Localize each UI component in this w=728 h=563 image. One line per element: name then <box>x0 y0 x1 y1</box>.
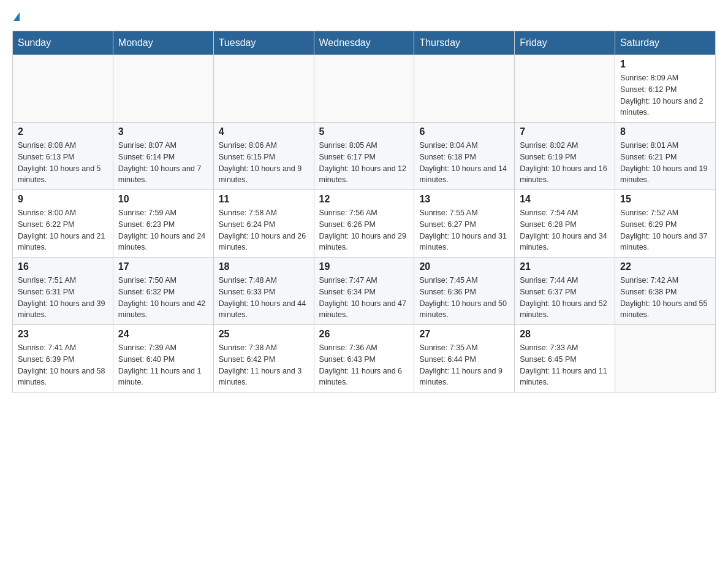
day-info: Sunrise: 8:08 AMSunset: 6:13 PMDaylight:… <box>18 140 108 186</box>
calendar-cell <box>615 325 716 393</box>
calendar-week-row: 16Sunrise: 7:51 AMSunset: 6:31 PMDayligh… <box>13 258 716 325</box>
day-info: Sunrise: 8:07 AMSunset: 6:14 PMDaylight:… <box>118 140 208 186</box>
day-number: 2 <box>18 126 108 137</box>
logo-triangle-icon <box>13 12 20 21</box>
day-number: 6 <box>419 126 509 137</box>
calendar-cell: 25Sunrise: 7:38 AMSunset: 6:42 PMDayligh… <box>213 325 314 393</box>
day-number: 1 <box>620 59 710 70</box>
day-number: 13 <box>419 194 509 205</box>
calendar-cell <box>414 55 515 123</box>
day-info: Sunrise: 8:05 AMSunset: 6:17 PMDaylight:… <box>319 140 409 186</box>
day-number: 27 <box>419 329 509 340</box>
day-info: Sunrise: 7:52 AMSunset: 6:29 PMDaylight:… <box>620 207 710 253</box>
weekday-header-thursday: Thursday <box>414 31 515 55</box>
calendar-cell: 1Sunrise: 8:09 AMSunset: 6:12 PMDaylight… <box>615 55 716 123</box>
calendar-cell: 26Sunrise: 7:36 AMSunset: 6:43 PMDayligh… <box>314 325 414 393</box>
weekday-header-saturday: Saturday <box>615 31 716 55</box>
calendar-cell: 4Sunrise: 8:06 AMSunset: 6:15 PMDaylight… <box>213 123 314 190</box>
day-number: 9 <box>18 194 108 205</box>
day-number: 15 <box>620 194 710 205</box>
day-info: Sunrise: 7:36 AMSunset: 6:43 PMDaylight:… <box>319 342 409 388</box>
page-header <box>12 12 716 21</box>
weekday-header-wednesday: Wednesday <box>314 31 414 55</box>
day-info: Sunrise: 7:35 AMSunset: 6:44 PMDaylight:… <box>419 342 509 388</box>
day-number: 22 <box>620 261 710 272</box>
day-info: Sunrise: 7:54 AMSunset: 6:28 PMDaylight:… <box>520 207 610 253</box>
calendar-cell: 17Sunrise: 7:50 AMSunset: 6:32 PMDayligh… <box>113 258 213 325</box>
day-info: Sunrise: 7:45 AMSunset: 6:36 PMDaylight:… <box>419 275 509 321</box>
day-info: Sunrise: 7:50 AMSunset: 6:32 PMDaylight:… <box>118 275 208 321</box>
day-number: 3 <box>118 126 208 137</box>
calendar-week-row: 9Sunrise: 8:00 AMSunset: 6:22 PMDaylight… <box>13 190 716 258</box>
calendar-cell: 7Sunrise: 8:02 AMSunset: 6:19 PMDaylight… <box>515 123 615 190</box>
day-info: Sunrise: 7:33 AMSunset: 6:45 PMDaylight:… <box>520 342 610 388</box>
calendar-table: SundayMondayTuesdayWednesdayThursdayFrid… <box>12 31 716 393</box>
calendar-week-row: 1Sunrise: 8:09 AMSunset: 6:12 PMDaylight… <box>13 55 716 123</box>
weekday-header-tuesday: Tuesday <box>213 31 314 55</box>
day-info: Sunrise: 7:47 AMSunset: 6:34 PMDaylight:… <box>319 275 409 321</box>
calendar-cell <box>13 55 113 123</box>
day-number: 5 <box>319 126 409 137</box>
calendar-cell <box>314 55 414 123</box>
calendar-cell: 27Sunrise: 7:35 AMSunset: 6:44 PMDayligh… <box>414 325 515 393</box>
day-info: Sunrise: 7:56 AMSunset: 6:26 PMDaylight:… <box>319 207 409 253</box>
calendar-cell: 21Sunrise: 7:44 AMSunset: 6:37 PMDayligh… <box>515 258 615 325</box>
day-number: 7 <box>520 126 610 137</box>
day-info: Sunrise: 8:09 AMSunset: 6:12 PMDaylight:… <box>620 72 710 118</box>
day-info: Sunrise: 7:51 AMSunset: 6:31 PMDaylight:… <box>18 275 108 321</box>
day-info: Sunrise: 7:42 AMSunset: 6:38 PMDaylight:… <box>620 275 710 321</box>
day-number: 19 <box>319 261 409 272</box>
calendar-cell: 18Sunrise: 7:48 AMSunset: 6:33 PMDayligh… <box>213 258 314 325</box>
day-number: 26 <box>319 329 409 340</box>
day-number: 25 <box>219 329 309 340</box>
calendar-cell: 15Sunrise: 7:52 AMSunset: 6:29 PMDayligh… <box>615 190 716 258</box>
day-info: Sunrise: 7:48 AMSunset: 6:33 PMDaylight:… <box>219 275 309 321</box>
day-info: Sunrise: 7:38 AMSunset: 6:42 PMDaylight:… <box>219 342 309 388</box>
day-info: Sunrise: 7:41 AMSunset: 6:39 PMDaylight:… <box>18 342 108 388</box>
calendar-cell: 24Sunrise: 7:39 AMSunset: 6:40 PMDayligh… <box>113 325 213 393</box>
weekday-header-sunday: Sunday <box>13 31 113 55</box>
day-info: Sunrise: 7:55 AMSunset: 6:27 PMDaylight:… <box>419 207 509 253</box>
day-info: Sunrise: 7:58 AMSunset: 6:24 PMDaylight:… <box>219 207 309 253</box>
day-info: Sunrise: 7:59 AMSunset: 6:23 PMDaylight:… <box>118 207 208 253</box>
calendar-header-row: SundayMondayTuesdayWednesdayThursdayFrid… <box>13 31 716 55</box>
day-number: 16 <box>18 261 108 272</box>
calendar-cell: 11Sunrise: 7:58 AMSunset: 6:24 PMDayligh… <box>213 190 314 258</box>
calendar-cell: 16Sunrise: 7:51 AMSunset: 6:31 PMDayligh… <box>13 258 113 325</box>
day-info: Sunrise: 7:39 AMSunset: 6:40 PMDaylight:… <box>118 342 208 388</box>
day-info: Sunrise: 7:44 AMSunset: 6:37 PMDaylight:… <box>520 275 610 321</box>
day-number: 20 <box>419 261 509 272</box>
calendar-week-row: 2Sunrise: 8:08 AMSunset: 6:13 PMDaylight… <box>13 123 716 190</box>
calendar-cell: 2Sunrise: 8:08 AMSunset: 6:13 PMDaylight… <box>13 123 113 190</box>
calendar-cell: 20Sunrise: 7:45 AMSunset: 6:36 PMDayligh… <box>414 258 515 325</box>
day-number: 17 <box>118 261 208 272</box>
calendar-cell: 13Sunrise: 7:55 AMSunset: 6:27 PMDayligh… <box>414 190 515 258</box>
calendar-cell <box>515 55 615 123</box>
calendar-cell: 10Sunrise: 7:59 AMSunset: 6:23 PMDayligh… <box>113 190 213 258</box>
calendar-cell: 14Sunrise: 7:54 AMSunset: 6:28 PMDayligh… <box>515 190 615 258</box>
calendar-cell <box>113 55 213 123</box>
logo <box>12 12 21 21</box>
calendar-cell: 28Sunrise: 7:33 AMSunset: 6:45 PMDayligh… <box>515 325 615 393</box>
day-number: 11 <box>219 194 309 205</box>
day-number: 12 <box>319 194 409 205</box>
day-number: 14 <box>520 194 610 205</box>
calendar-cell: 22Sunrise: 7:42 AMSunset: 6:38 PMDayligh… <box>615 258 716 325</box>
day-number: 8 <box>620 126 710 137</box>
day-info: Sunrise: 8:01 AMSunset: 6:21 PMDaylight:… <box>620 140 710 186</box>
calendar-cell: 6Sunrise: 8:04 AMSunset: 6:18 PMDaylight… <box>414 123 515 190</box>
weekday-header-friday: Friday <box>515 31 615 55</box>
calendar-cell: 9Sunrise: 8:00 AMSunset: 6:22 PMDaylight… <box>13 190 113 258</box>
day-info: Sunrise: 8:04 AMSunset: 6:18 PMDaylight:… <box>419 140 509 186</box>
calendar-cell: 12Sunrise: 7:56 AMSunset: 6:26 PMDayligh… <box>314 190 414 258</box>
weekday-header-monday: Monday <box>113 31 213 55</box>
calendar-cell <box>213 55 314 123</box>
day-number: 23 <box>18 329 108 340</box>
day-info: Sunrise: 8:00 AMSunset: 6:22 PMDaylight:… <box>18 207 108 253</box>
day-number: 18 <box>219 261 309 272</box>
calendar-cell: 5Sunrise: 8:05 AMSunset: 6:17 PMDaylight… <box>314 123 414 190</box>
calendar-week-row: 23Sunrise: 7:41 AMSunset: 6:39 PMDayligh… <box>13 325 716 393</box>
day-info: Sunrise: 8:02 AMSunset: 6:19 PMDaylight:… <box>520 140 610 186</box>
day-number: 24 <box>118 329 208 340</box>
calendar-cell: 8Sunrise: 8:01 AMSunset: 6:21 PMDaylight… <box>615 123 716 190</box>
